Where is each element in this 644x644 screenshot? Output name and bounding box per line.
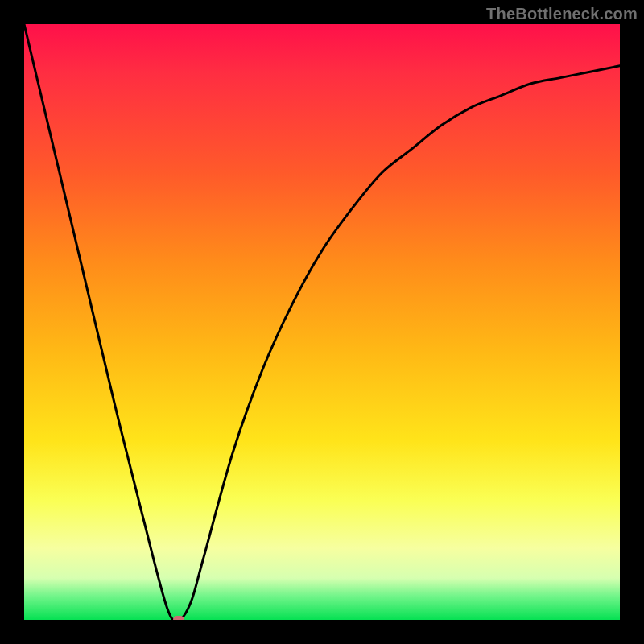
- bottleneck-curve: [24, 24, 620, 620]
- chart-frame: TheBottleneck.com: [0, 0, 644, 644]
- optimal-marker: [173, 616, 184, 620]
- watermark-text: TheBottleneck.com: [486, 5, 638, 23]
- plot-area: [24, 24, 620, 620]
